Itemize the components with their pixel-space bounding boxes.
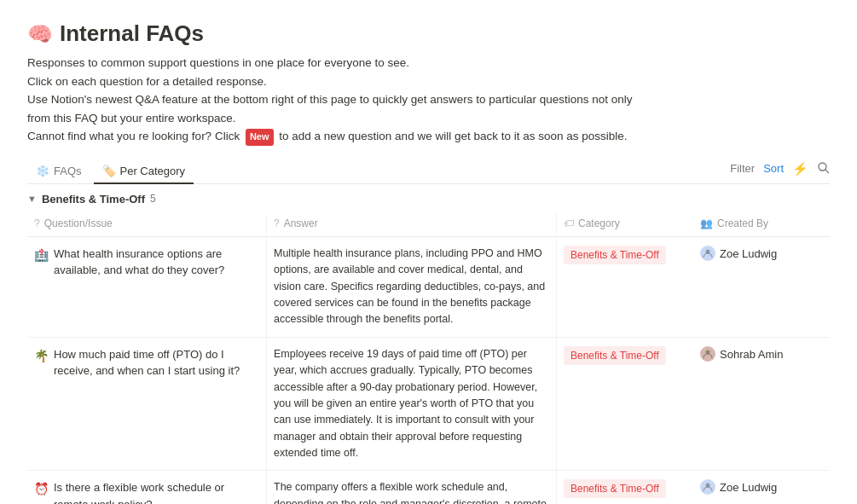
page-emoji: 🧠 xyxy=(27,22,53,46)
category-badge-0: Benefits & Time-Off xyxy=(564,246,666,264)
tabs-bar: ❄️ FAQs 🏷️ Per Category Filter Sort ⚡ xyxy=(27,159,830,184)
question-cell-1: 🌴 How much paid time off (PTO) do I rece… xyxy=(27,338,266,471)
question-col-icon: ? xyxy=(34,217,40,229)
group-chevron: ▼ xyxy=(27,194,37,204)
th-creator-label: Created By xyxy=(717,217,768,229)
th-answer-label: Answer xyxy=(284,217,318,229)
creator-name-1: Sohrab Amin xyxy=(720,346,783,363)
per-category-tab-icon: 🏷️ xyxy=(102,165,116,177)
page-container: 🧠 Internal FAQs Responses to common supp… xyxy=(0,0,857,504)
table-header: ? Question/Issue ? Answer 🏷 Category 👥 C… xyxy=(27,211,830,237)
page-description: Responses to common support questions in… xyxy=(27,54,830,146)
answer-cell-1: Employees receive 19 days of paid time o… xyxy=(266,338,557,471)
page-title-row: 🧠 Internal FAQs xyxy=(27,20,830,47)
new-badge[interactable]: New xyxy=(246,129,274,146)
sort-button[interactable]: Sort xyxy=(763,162,784,175)
lightning-button[interactable]: ⚡ xyxy=(792,161,808,177)
question-text-1: How much paid time off (PTO) do I receiv… xyxy=(54,346,259,379)
creator-name-2: Zoe Ludwig xyxy=(720,479,777,496)
creator-cell-2: Zoe Ludwig xyxy=(693,471,830,504)
creator-cell-0: Zoe Ludwig xyxy=(693,237,830,337)
answer-cell-0: Multiple health insurance plans, includi… xyxy=(266,237,557,337)
category-badge-2: Benefits & Time-Off xyxy=(564,479,666,498)
faqs-tab-icon: ❄️ xyxy=(36,165,49,177)
question-emoji-1: 🌴 xyxy=(34,347,49,365)
search-button[interactable] xyxy=(817,161,830,177)
desc-line-4: Cannot find what you re looking for? Cli… xyxy=(27,130,628,142)
svg-line-1 xyxy=(825,170,829,173)
th-question-label: Question/Issue xyxy=(44,217,113,229)
th-creator: 👥 Created By xyxy=(693,214,830,233)
group-count: 5 xyxy=(150,193,156,205)
question-emoji-0: 🏥 xyxy=(34,246,49,264)
category-cell-1: Benefits & Time-Off xyxy=(557,338,693,471)
tabs-right: Filter Sort ⚡ xyxy=(730,161,830,182)
group-name: Benefits & Time-Off xyxy=(42,193,145,206)
tab-per-category-label: Per Category xyxy=(120,165,186,177)
tabs-left: ❄️ FAQs 🏷️ Per Category xyxy=(27,159,194,183)
table-row[interactable]: ⏰ Is there a flexible work schedule or r… xyxy=(27,471,830,504)
desc-line-1: Responses to common support questions in… xyxy=(27,56,409,69)
filter-button[interactable]: Filter xyxy=(730,162,755,175)
question-cell-0: 🏥 What health insurance options are avai… xyxy=(27,237,266,337)
category-cell-0: Benefits & Time-Off xyxy=(557,237,693,337)
category-cell-2: Benefits & Time-Off xyxy=(557,471,693,504)
tab-faqs[interactable]: ❄️ FAQs xyxy=(27,159,90,184)
creator-avatar-0 xyxy=(700,246,715,261)
creator-avatar-1 xyxy=(700,346,715,362)
th-answer: ? Answer xyxy=(266,214,557,233)
desc-line-3: Use Notion's newest Q&A feature at the b… xyxy=(27,93,632,125)
table-row[interactable]: 🌴 How much paid time off (PTO) do I rece… xyxy=(27,338,830,472)
category-col-icon: 🏷 xyxy=(564,217,574,229)
db-container: ▼ Benefits & Time-Off 5 ? Question/Issue… xyxy=(27,184,830,504)
tab-faqs-label: FAQs xyxy=(54,165,82,177)
th-category: 🏷 Category xyxy=(557,214,693,233)
th-question: ? Question/Issue xyxy=(27,214,266,233)
question-emoji-2: ⏰ xyxy=(34,480,49,498)
creator-col-icon: 👥 xyxy=(700,217,713,229)
category-badge-1: Benefits & Time-Off xyxy=(564,346,666,365)
table-body: 🏥 What health insurance options are avai… xyxy=(27,237,830,504)
desc-line-2: Click on each question for a detailed re… xyxy=(27,75,267,88)
page-title: Internal FAQs xyxy=(60,20,204,47)
creator-avatar-2 xyxy=(700,479,715,495)
tab-per-category[interactable]: 🏷️ Per Category xyxy=(94,159,194,184)
answer-cell-2: The company offers a flexible work sched… xyxy=(266,471,557,504)
creator-cell-1: Sohrab Amin xyxy=(693,338,830,471)
th-category-label: Category xyxy=(578,217,620,229)
group-header[interactable]: ▼ Benefits & Time-Off 5 xyxy=(27,184,830,211)
question-text-0: What health insurance options are availa… xyxy=(54,246,259,279)
table-row[interactable]: 🏥 What health insurance options are avai… xyxy=(27,237,830,338)
question-text-2: Is there a flexible work schedule or rem… xyxy=(54,479,259,504)
answer-col-icon: ? xyxy=(274,217,280,229)
question-cell-2: ⏰ Is there a flexible work schedule or r… xyxy=(27,471,266,504)
creator-name-0: Zoe Ludwig xyxy=(720,246,777,263)
